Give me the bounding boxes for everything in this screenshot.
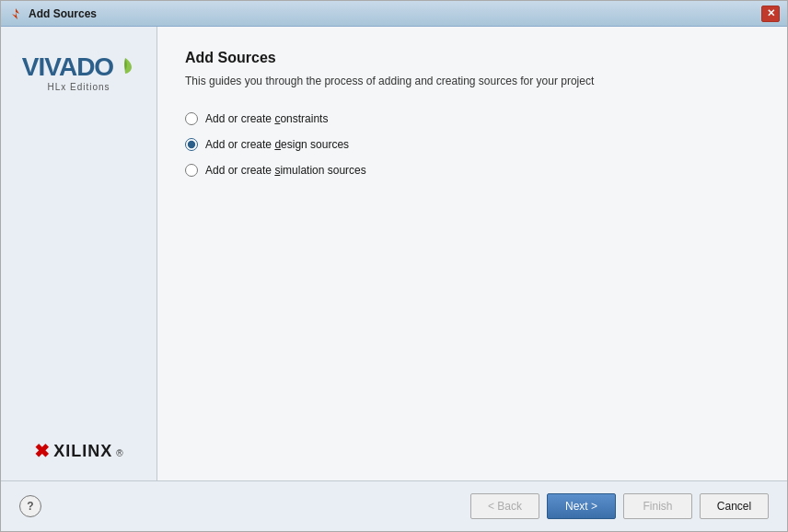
content-area: VIVADO HLx Editions ✖ XILINX ® Add Sourc… — [1, 27, 787, 480]
radio-label-constraints: Add or create constraints — [205, 112, 328, 125]
vivado-text: VIVADO — [22, 54, 113, 80]
radio-label-design: Add or create design sources — [205, 138, 349, 151]
next-button[interactable]: Next > — [547, 493, 616, 519]
svg-marker-0 — [12, 8, 19, 19]
vivado-leaf-icon — [115, 56, 135, 76]
radio-design[interactable] — [185, 138, 198, 151]
xilinx-logo: ✖ XILINX ® — [34, 440, 122, 462]
vivado-logo: VIVADO HLx Editions — [22, 54, 135, 92]
right-panel: Add Sources This guides you through the … — [157, 27, 787, 480]
xilinx-icon: ✖ — [34, 440, 50, 462]
dialog-title: Add Sources — [185, 50, 759, 66]
left-panel: VIVADO HLx Editions ✖ XILINX ® — [1, 27, 157, 480]
hlx-label: HLx Editions — [47, 82, 110, 92]
radio-item-simulation[interactable]: Add or create simulation sources — [185, 164, 759, 177]
xilinx-registered: ® — [116, 448, 122, 458]
finish-button[interactable]: Finish — [623, 493, 692, 519]
title-bar-label: Add Sources — [29, 7, 761, 20]
app-icon — [8, 6, 23, 21]
radio-constraints[interactable] — [185, 112, 198, 125]
radio-label-simulation: Add or create simulation sources — [205, 164, 366, 177]
xilinx-text: XILINX — [53, 442, 112, 461]
title-bar: Add Sources ✕ — [1, 1, 787, 27]
cancel-button[interactable]: Cancel — [700, 493, 769, 519]
dialog-description: This guides you through the process of a… — [185, 74, 759, 89]
footer: ? < Back Next > Finish Cancel — [1, 480, 787, 531]
dialog-window: Add Sources ✕ VIVADO HLx Editions ✖ — [0, 0, 788, 532]
radio-item-constraints[interactable]: Add or create constraints — [185, 112, 759, 125]
radio-group: Add or create constraints Add or create … — [185, 112, 759, 177]
radio-simulation[interactable] — [185, 164, 198, 177]
back-button[interactable]: < Back — [470, 493, 539, 519]
help-button[interactable]: ? — [19, 495, 41, 517]
radio-item-design[interactable]: Add or create design sources — [185, 138, 759, 151]
footer-buttons: < Back Next > Finish Cancel — [470, 493, 769, 519]
close-button[interactable]: ✕ — [761, 6, 780, 22]
